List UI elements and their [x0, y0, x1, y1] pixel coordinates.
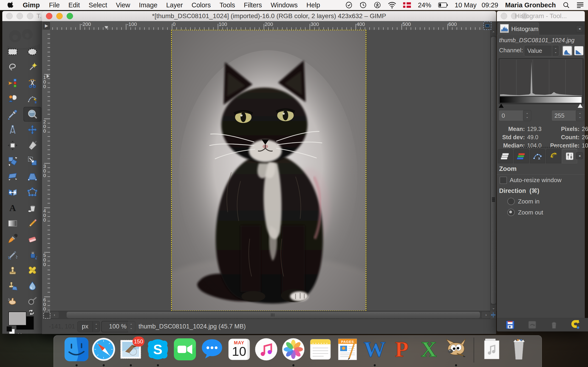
tool-zoom[interactable]	[23, 107, 41, 122]
dock-item-skype[interactable]: S	[146, 337, 170, 366]
minimize-button[interactable]	[17, 13, 23, 19]
vertical-scrollbar-thumb[interactable]	[491, 37, 496, 304]
menubar-app-name[interactable]: Gimp	[18, 1, 44, 9]
fast-user-switching-name[interactable]: Maria Gronbech	[505, 1, 556, 9]
zoom-follow-window-icon[interactable]	[484, 22, 491, 30]
dock-item-facetime[interactable]	[173, 337, 197, 366]
apple-menu-icon[interactable]	[3, 2, 18, 8]
shortcuts-status-icon[interactable]	[345, 1, 353, 9]
auto-resize-window-checkbox[interactable]	[500, 177, 507, 184]
range-max-stepper[interactable]: ⌃⌄	[576, 110, 584, 121]
radio-zoom-out[interactable]	[507, 209, 515, 216]
units-dropdown[interactable]: px ⌃⌄	[78, 321, 100, 332]
radio-zoom-in[interactable]	[507, 198, 515, 205]
menu-edit[interactable]: Edit	[64, 1, 84, 9]
tool-perspective-clone[interactable]	[4, 278, 22, 293]
ruler-corner-menu-button[interactable]: ▶	[43, 22, 50, 29]
dock-item-excel[interactable]: X	[417, 337, 441, 366]
tab-tool-options[interactable]	[562, 149, 577, 163]
tool-eraser[interactable]	[23, 232, 41, 246]
vertical-scrollbar[interactable]: ⌃ ⌄	[490, 30, 496, 311]
dock-item-powerpoint[interactable]: P	[390, 337, 414, 366]
dock-item-calendar[interactable]: MAY10	[227, 337, 251, 366]
tool-bucket-fill[interactable]	[23, 200, 41, 215]
tool-measure[interactable]	[4, 123, 22, 137]
menu-file[interactable]: File	[44, 1, 64, 9]
zoom-window-button[interactable]	[27, 13, 33, 19]
chevron-updown-icon[interactable]: ⌃⌄	[93, 324, 100, 329]
menubar-time[interactable]: 09:29	[482, 1, 498, 9]
dock-item-word[interactable]: W	[363, 337, 387, 366]
tool-airbrush[interactable]	[4, 247, 22, 262]
close-button[interactable]	[6, 13, 13, 19]
time-machine-status-icon[interactable]	[359, 1, 367, 9]
histogram-window-titlebar[interactable]: Histogram - Tool...	[497, 11, 585, 21]
zoom-level-input[interactable]: 100 %	[101, 321, 129, 332]
tool-scissors-select[interactable]	[23, 76, 41, 90]
tool-blur-sharpen[interactable]	[23, 278, 41, 293]
image-window-titlebar[interactable]: *[thumb_DSC08101_1024] (imported)-16.0 (…	[42, 11, 496, 21]
save-options-button[interactable]	[505, 319, 515, 330]
dock-grip-dots[interactable]	[520, 147, 561, 148]
spotlight-search-icon[interactable]	[563, 2, 570, 8]
menu-colors[interactable]: Colors	[187, 1, 215, 9]
scroll-left-icon[interactable]: ‹	[50, 312, 59, 318]
tool-pencil[interactable]	[23, 216, 41, 231]
tab-histogram[interactable]: Histogram	[498, 23, 539, 35]
tool-clone[interactable]	[4, 263, 22, 277]
tool-select-by-color[interactable]	[4, 76, 22, 90]
menu-filters[interactable]: Filters	[239, 1, 266, 9]
horizontal-scrollbar-thumb[interactable]	[67, 312, 480, 318]
logarithmic-histogram-button[interactable]	[573, 45, 584, 56]
zoom-stepper[interactable]: ⌃⌄	[127, 321, 135, 332]
tool-shear[interactable]	[4, 169, 22, 184]
tool-gradient[interactable]	[4, 216, 22, 231]
canvas-viewport[interactable]	[50, 30, 490, 311]
denmark-flag-input-icon[interactable]	[403, 2, 411, 8]
tool-foreground-select[interactable]	[4, 91, 22, 106]
dock-item-finder[interactable]	[65, 337, 88, 366]
tool-heal[interactable]	[23, 263, 41, 277]
tool-ink[interactable]	[23, 247, 41, 262]
menu-image[interactable]: Image	[135, 1, 162, 9]
dock-item-photos[interactable]	[281, 337, 305, 366]
tool-fuzzy-select[interactable]	[23, 60, 41, 75]
horizontal-scrollbar[interactable]: ‹ ›	[50, 311, 490, 319]
menu-layer[interactable]: Layer	[162, 1, 187, 9]
dock-item-gimp[interactable]	[444, 337, 468, 366]
default-colors-icon[interactable]	[6, 326, 12, 332]
dock-tab-menu-chevron-icon[interactable]: ◂	[576, 152, 583, 159]
tab-undo-history[interactable]	[546, 149, 561, 163]
dock-item-safari[interactable]	[92, 337, 115, 366]
quick-mask-toggle-icon[interactable]	[43, 312, 50, 319]
menu-help[interactable]: Help	[302, 1, 325, 9]
tab-menu-chevron-icon[interactable]: ◂	[576, 25, 583, 32]
linear-histogram-button[interactable]	[562, 45, 573, 56]
tool-rotate[interactable]	[4, 154, 22, 168]
tool-scale[interactable]	[23, 154, 41, 168]
tool-ellipse-select[interactable]	[23, 44, 41, 59]
dock-item-music-document[interactable]	[480, 337, 504, 366]
reset-options-button[interactable]	[571, 319, 581, 330]
tool-rectangle-select[interactable]	[4, 44, 22, 59]
histogram-chart[interactable]	[499, 58, 584, 104]
notification-center-icon[interactable]	[577, 2, 584, 8]
battery-icon[interactable]	[438, 2, 448, 8]
restore-options-button[interactable]	[527, 319, 537, 330]
tab-layers[interactable]	[498, 149, 513, 163]
tool-dodge-burn[interactable]	[23, 294, 41, 309]
menu-select[interactable]: Select	[84, 1, 112, 9]
dock-item-itunes[interactable]	[254, 337, 278, 366]
tool-free-select[interactable]	[4, 60, 22, 75]
tool-flip[interactable]	[4, 185, 22, 200]
dock-item-pages[interactable]: PAGES	[336, 337, 359, 366]
tool-crop[interactable]	[23, 138, 41, 153]
scroll-right-icon[interactable]: ›	[482, 312, 490, 318]
dock-item-trash[interactable]	[507, 337, 531, 366]
menu-view[interactable]: View	[111, 1, 134, 9]
range-min-stepper[interactable]: ⌃⌄	[523, 110, 531, 121]
tool-align[interactable]	[4, 138, 22, 153]
tool-cage-transform[interactable]	[23, 185, 41, 200]
tab-channels[interactable]	[514, 149, 529, 163]
tool-paths[interactable]	[23, 91, 41, 106]
